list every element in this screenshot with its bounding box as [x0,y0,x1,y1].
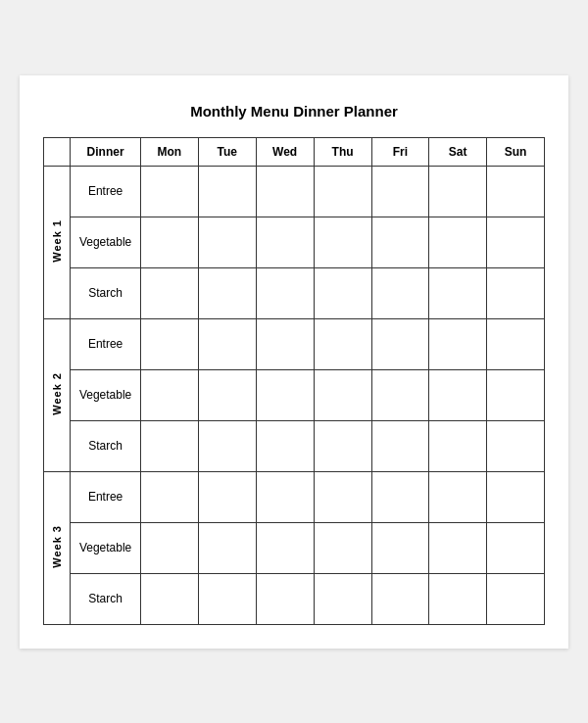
week-3-entree-day-6[interactable] [429,471,487,522]
table-row: Vegetable [44,369,545,420]
week-2-entree-day-5[interactable] [371,318,429,369]
week-3-label: Week 3 [44,471,71,624]
table-row: Starch [44,267,545,318]
header-mon: Mon [140,137,198,166]
week-1-vegetable-day-3[interactable] [256,217,314,267]
week-3-vegetable-day-6[interactable] [429,522,487,573]
table-row: Week 3Entree [44,471,545,522]
week-2-starch-day-7[interactable] [486,420,544,471]
week-2-vegetable-day-6[interactable] [429,369,487,420]
week-2-vegetable-day-1[interactable] [140,369,198,420]
week-2-vegetable-day-5[interactable] [371,369,429,420]
week-2-starch-day-5[interactable] [371,420,429,471]
page-title: Monthly Menu Dinner Planner [43,103,545,120]
week-1-vegetable-label: Vegetable [71,217,140,267]
week-1-vegetable-day-4[interactable] [314,217,371,267]
week-1-label: Week 1 [44,166,71,318]
week-3-starch-day-4[interactable] [314,573,371,624]
header-sat: Sat [429,137,487,166]
week-1-vegetable-day-7[interactable] [486,217,544,267]
week-2-starch-day-1[interactable] [140,420,198,471]
week-2-starch-day-4[interactable] [314,420,371,471]
week-1-entree-day-1[interactable] [140,166,198,217]
planner-table: Dinner Mon Tue Wed Thu Fri Sat Sun Week … [43,137,545,625]
week-2-starch-day-6[interactable] [429,420,487,471]
week-2-vegetable-day-7[interactable] [486,369,544,420]
header-dinner-col: Dinner [71,137,140,166]
week-1-starch-label: Starch [71,267,140,318]
week-1-entree-day-3[interactable] [256,166,314,217]
week-3-entree-day-5[interactable] [371,471,429,522]
week-2-entree-label: Entree [71,318,140,369]
week-2-entree-day-3[interactable] [256,318,314,369]
week-1-entree-label: Entree [71,166,140,217]
header-fri: Fri [371,137,429,166]
header-thu: Thu [314,137,371,166]
header-sun: Sun [486,137,544,166]
week-2-starch-day-3[interactable] [256,420,314,471]
week-1-starch-day-7[interactable] [486,267,544,318]
week-2-vegetable-day-3[interactable] [256,369,314,420]
week-3-entree-day-4[interactable] [314,471,371,522]
week-2-vegetable-label: Vegetable [71,369,140,420]
week-3-vegetable-day-7[interactable] [486,522,544,573]
week-2-entree-day-7[interactable] [486,318,544,369]
week-2-starch-day-2[interactable] [198,420,256,471]
week-1-starch-day-3[interactable] [256,267,314,318]
header-week-col [44,137,71,166]
table-row: Starch [44,420,545,471]
week-2-starch-label: Starch [71,420,140,471]
week-1-entree-day-4[interactable] [314,166,371,217]
week-3-starch-label: Starch [71,573,140,624]
week-3-entree-day-3[interactable] [256,471,314,522]
week-3-vegetable-day-2[interactable] [198,522,256,573]
week-1-starch-day-6[interactable] [429,267,487,318]
week-1-entree-day-6[interactable] [429,166,487,217]
week-3-vegetable-day-4[interactable] [314,522,371,573]
week-1-vegetable-day-5[interactable] [371,217,429,267]
header-tue: Tue [198,137,256,166]
week-2-entree-day-1[interactable] [140,318,198,369]
week-3-vegetable-day-5[interactable] [371,522,429,573]
table-row: Week 1Entree [44,166,545,217]
table-row: Starch [44,573,545,624]
week-3-entree-day-7[interactable] [486,471,544,522]
week-2-vegetable-day-2[interactable] [198,369,256,420]
week-3-vegetable-day-1[interactable] [140,522,198,573]
week-1-entree-day-2[interactable] [198,166,256,217]
header-row: Dinner Mon Tue Wed Thu Fri Sat Sun [44,137,545,166]
week-1-starch-day-4[interactable] [314,267,371,318]
table-row: Vegetable [44,522,545,573]
week-3-starch-day-2[interactable] [198,573,256,624]
table-row: Week 2Entree [44,318,545,369]
week-1-starch-day-1[interactable] [140,267,198,318]
page-container: Monthly Menu Dinner Planner Dinner Mon T… [20,75,568,649]
week-3-vegetable-day-3[interactable] [256,522,314,573]
week-3-starch-day-6[interactable] [429,573,487,624]
week-2-entree-day-6[interactable] [429,318,487,369]
week-1-vegetable-day-1[interactable] [140,217,198,267]
week-2-label: Week 2 [44,318,71,471]
week-3-starch-day-3[interactable] [256,573,314,624]
week-3-starch-day-5[interactable] [371,573,429,624]
header-wed: Wed [256,137,314,166]
week-1-starch-day-5[interactable] [371,267,429,318]
week-3-entree-label: Entree [71,471,140,522]
table-row: Vegetable [44,217,545,267]
week-1-entree-day-5[interactable] [371,166,429,217]
week-3-entree-day-1[interactable] [140,471,198,522]
week-2-entree-day-4[interactable] [314,318,371,369]
week-1-entree-day-7[interactable] [486,166,544,217]
week-3-vegetable-label: Vegetable [71,522,140,573]
week-1-starch-day-2[interactable] [198,267,256,318]
week-3-entree-day-2[interactable] [198,471,256,522]
week-2-entree-day-2[interactable] [198,318,256,369]
week-3-starch-day-1[interactable] [140,573,198,624]
week-1-vegetable-day-2[interactable] [198,217,256,267]
week-1-vegetable-day-6[interactable] [429,217,487,267]
week-3-starch-day-7[interactable] [486,573,544,624]
week-2-vegetable-day-4[interactable] [314,369,371,420]
